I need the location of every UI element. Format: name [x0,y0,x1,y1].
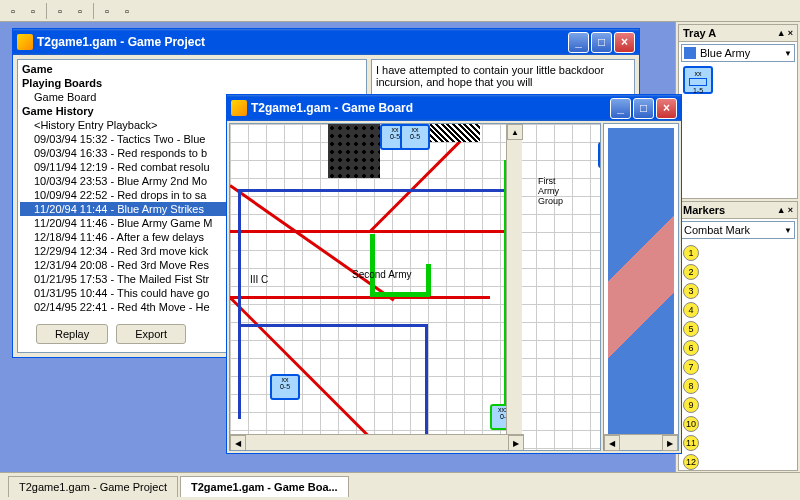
chevron-down-icon: ▼ [784,226,792,235]
toolbar-btn[interactable]: ▫ [98,2,116,20]
scroll-up-button[interactable]: ▲ [507,124,523,140]
toolbar-btn[interactable]: ▫ [4,2,22,20]
markers-title: Markers [683,204,725,216]
combat-marker[interactable]: 5 [683,321,699,337]
tab-board[interactable]: T2game1.gam - Game Boa... [180,476,349,497]
minimap[interactable]: ◀ ▶ [603,123,679,451]
panel-up-icon[interactable]: ▲ [777,205,786,215]
tray-combo[interactable]: Blue Army ▼ [681,44,795,62]
minimize-button[interactable]: _ [610,98,631,119]
tray-unit[interactable]: xx1-5 [683,66,713,94]
combat-marker[interactable]: 11 [683,435,699,451]
tree-node-game[interactable]: Game [20,62,364,76]
app-toolbar: ▫ ▫ ▫ ▫ ▫ ▫ [0,0,800,22]
tray-panel-header: Tray A ▲× [679,25,797,42]
game-board-window: T2game1.gam - Game Board _ □ × [226,94,682,454]
tray-combo-label: Blue Army [700,47,750,59]
unit-counter[interactable]: xx0-5 [270,374,300,400]
blue-flag-icon [684,47,696,59]
game-board-map[interactable]: xx0-5 xx0-5 xxxx0-5 xx0-5 xxxx0-5 Second… [229,123,601,451]
scroll-left-button[interactable]: ◀ [604,435,620,451]
combat-marker[interactable]: 8 [683,378,699,394]
unit-counter[interactable]: xxxx0-5 [598,142,601,168]
combat-marker[interactable]: 10 [683,416,699,432]
unit-counter[interactable]: xx0-5 [400,124,430,150]
close-button[interactable]: × [656,98,677,119]
mdi-area: T2game1.gam - Game Project _ □ × Game Pl… [0,22,675,472]
tab-project[interactable]: T2game1.gam - Game Project [8,476,178,497]
combat-marker[interactable]: 6 [683,340,699,356]
toolbar-btn[interactable]: ▫ [51,2,69,20]
map-label: First Army Group [538,176,568,206]
vertical-scrollbar[interactable]: ▲ [506,124,522,434]
panel-close-icon[interactable]: × [788,28,793,38]
maximize-button[interactable]: □ [591,32,612,53]
markers-combo-label: Combat Mark [684,224,750,236]
combat-marker[interactable]: 4 [683,302,699,318]
window-title: T2game1.gam - Game Board [251,101,413,115]
right-sidebar: Tray A ▲× Blue Army ▼ xx1-5 Markers ▲× C… [675,22,800,472]
combat-marker[interactable]: 2 [683,264,699,280]
markers-combo[interactable]: Combat Mark ▼ [681,221,795,239]
chevron-down-icon: ▼ [784,49,792,58]
combat-marker[interactable]: 12 [683,454,699,470]
tray-title: Tray A [683,27,716,39]
app-icon [17,34,33,50]
panel-close-icon[interactable]: × [788,205,793,215]
toolbar-btn[interactable]: ▫ [71,2,89,20]
horizontal-scrollbar[interactable]: ◀ ▶ [230,434,524,450]
tree-node-boards[interactable]: Playing Boards [20,76,364,90]
marker-list: 123456789101112 [679,241,797,471]
export-button[interactable]: Export [116,324,186,344]
scroll-right-button[interactable]: ▶ [662,435,678,451]
titlebar[interactable]: T2game1.gam - Game Project _ □ × [13,29,639,55]
minimize-button[interactable]: _ [568,32,589,53]
markers-panel-header: Markers ▲× [679,202,797,219]
close-button[interactable]: × [614,32,635,53]
combat-marker[interactable]: 1 [683,245,699,261]
toolbar-btn[interactable]: ▫ [118,2,136,20]
combat-marker[interactable]: 7 [683,359,699,375]
replay-button[interactable]: Replay [36,324,108,344]
document-tabs: T2game1.gam - Game Project T2game1.gam -… [0,472,800,500]
map-label: III C [250,274,268,285]
toolbar-btn[interactable]: ▫ [24,2,42,20]
maximize-button[interactable]: □ [633,98,654,119]
map-label: Second Army [352,269,411,280]
combat-marker[interactable]: 9 [683,397,699,413]
combat-marker[interactable]: 3 [683,283,699,299]
scroll-left-button[interactable]: ◀ [230,435,246,451]
scroll-right-button[interactable]: ▶ [508,435,524,451]
panel-up-icon[interactable]: ▲ [777,28,786,38]
window-title: T2game1.gam - Game Project [37,35,205,49]
titlebar[interactable]: T2game1.gam - Game Board _ □ × [227,95,681,121]
app-icon [231,100,247,116]
